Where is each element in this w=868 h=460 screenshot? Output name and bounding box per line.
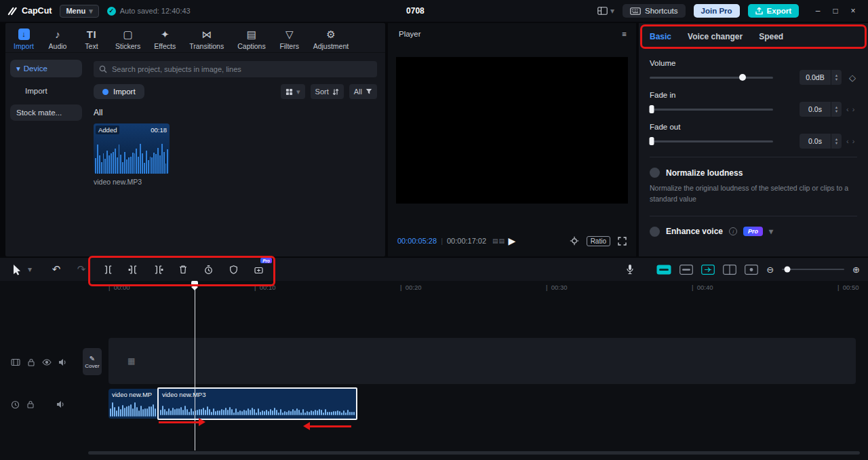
record-voiceover-icon[interactable] (621, 261, 639, 278)
step-up-icon[interactable]: ▲ (835, 138, 838, 141)
sidebar-item-stock-materials[interactable]: Stock mate... (10, 104, 82, 121)
view-mode-button[interactable]: ▾ (281, 84, 305, 99)
fade-out-value[interactable]: 0.0s (800, 134, 831, 149)
video-preview[interactable] (396, 57, 628, 204)
lock-icon[interactable] (26, 400, 35, 408)
delete-left-icon[interactable] (124, 261, 142, 278)
layout-switch-button[interactable]: ▾ (597, 6, 614, 16)
keyframe-view-icon[interactable] (745, 265, 758, 275)
eye-icon[interactable] (42, 359, 52, 366)
ratio-button[interactable]: Ratio (587, 236, 610, 246)
step-up-icon[interactable]: ▲ (835, 106, 838, 109)
volume-slider[interactable] (650, 77, 773, 79)
fade-out-slider[interactable] (650, 140, 773, 142)
audio-clip-selected[interactable]: video new.MP3 (157, 387, 357, 420)
cover-button[interactable]: ✎ Cover (83, 348, 102, 375)
fade-in-slider[interactable] (650, 109, 773, 111)
tab-stickers[interactable]: ▢ Stickers (115, 28, 140, 50)
speaker-icon[interactable] (58, 358, 67, 366)
tab-label: Effects (154, 42, 176, 50)
fullscreen-icon[interactable] (618, 237, 627, 246)
fade-in-slider-thumb[interactable] (650, 105, 654, 113)
main-track-magnet-icon[interactable] (656, 265, 671, 275)
media-item[interactable]: Added 00:18 video new.MP3 (94, 123, 170, 186)
fade-in-stepper[interactable]: ▲▼ (831, 102, 842, 117)
tab-transitions[interactable]: ⋈ Transitions (189, 28, 224, 50)
tab-voice-changer[interactable]: Voice changer (688, 32, 743, 41)
media-item-thumbnail[interactable]: Added 00:18 (94, 123, 170, 174)
filter-button[interactable]: All (349, 84, 377, 99)
step-down-icon[interactable]: ▼ (835, 110, 838, 113)
fade-in-value[interactable]: 0.0s (800, 102, 831, 117)
search-input[interactable] (112, 65, 372, 73)
mute-shield-icon[interactable] (224, 261, 242, 278)
linked-track-icon[interactable] (701, 265, 715, 275)
import-media-button[interactable]: Import (94, 84, 144, 99)
tab-speed[interactable]: Speed (759, 32, 783, 41)
join-pro-button[interactable]: Join Pro (694, 4, 740, 18)
preview-axis-icon[interactable] (723, 265, 736, 275)
minimize-button[interactable]: – (810, 3, 826, 19)
undo-button[interactable]: ↶ (47, 261, 65, 278)
tab-adjustment[interactable]: ⚙ Adjustment (313, 28, 349, 50)
main-video-track[interactable]: ▦ (108, 338, 856, 384)
ai-audio-pro-icon[interactable]: Pro (250, 261, 267, 278)
lock-icon[interactable] (27, 358, 35, 366)
frame-view-icon[interactable]: ▤▤ (492, 237, 505, 244)
auto-snap-icon[interactable] (679, 265, 693, 275)
redo-button[interactable]: ↷ (73, 261, 90, 278)
search-bar[interactable] (94, 61, 377, 77)
divider (650, 216, 857, 216)
zoom-out-icon[interactable]: ⊖ (766, 265, 774, 275)
enhance-voice-checkbox[interactable] (650, 227, 660, 237)
menu-button[interactable]: Menu ▾ (60, 5, 98, 18)
sidebar-item-device[interactable]: ▾ Device (10, 60, 82, 77)
playhead-handle[interactable] (191, 281, 198, 287)
tab-text[interactable]: TI Text (81, 28, 102, 50)
tab-basic[interactable]: Basic (650, 32, 671, 41)
keyframe-nav-icons[interactable]: ‹› (846, 137, 857, 145)
delete-icon[interactable] (174, 261, 192, 278)
step-up-icon[interactable]: ▲ (835, 74, 838, 77)
shortcuts-button[interactable]: Shortcuts (623, 4, 686, 18)
timeline-scrollbar[interactable] (88, 451, 860, 455)
step-down-icon[interactable]: ▼ (835, 142, 838, 145)
filters-icon: ▽ (285, 28, 294, 40)
tab-effects[interactable]: ✦ Effects (154, 28, 176, 50)
playhead[interactable] (191, 281, 198, 451)
step-down-icon[interactable]: ▼ (835, 78, 838, 81)
close-button[interactable]: × (845, 3, 861, 19)
tab-audio[interactable]: ♪ Audio (47, 28, 68, 50)
tab-filters[interactable]: ▽ Filters (279, 28, 300, 50)
select-tool-button[interactable]: ▾ (8, 261, 32, 278)
export-button[interactable]: Export (748, 4, 799, 18)
timeline-ruler[interactable]: | 00:00| 00:10| 00:20| 00:30| 00:40| 00:… (0, 281, 868, 294)
speaker-icon[interactable] (56, 400, 65, 408)
audio-clip-trimmed[interactable]: video new.MP (108, 389, 157, 419)
ruler-tick: | 00:10 (254, 284, 276, 291)
split-icon[interactable] (99, 261, 117, 278)
fit-target-icon[interactable] (570, 236, 579, 246)
maximize-button[interactable]: □ (827, 3, 844, 19)
zoom-in-icon[interactable]: ⊕ (852, 265, 860, 275)
tab-captions[interactable]: ▤ Captions (237, 28, 265, 50)
fade-out-stepper[interactable]: ▲▼ (831, 134, 842, 149)
tab-label: Stickers (115, 42, 140, 50)
sort-button[interactable]: Sort (311, 84, 344, 99)
fade-out-slider-thumb[interactable] (650, 137, 654, 145)
delete-right-icon[interactable] (149, 261, 167, 278)
volume-stepper[interactable]: ▲▼ (831, 70, 842, 85)
keyframe-diamond-icon[interactable]: ◇ (848, 73, 857, 83)
zoom-slider-thumb[interactable] (785, 267, 791, 273)
sidebar-item-import[interactable]: Import (10, 83, 82, 99)
tab-label: Import (14, 42, 34, 50)
volume-value[interactable]: 0.0dB (800, 70, 831, 85)
play-button[interactable]: ▶ (509, 235, 516, 246)
keyframe-nav-icons[interactable]: ‹› (846, 105, 857, 113)
tab-import[interactable]: ↓ Import (14, 28, 34, 50)
normalize-checkbox[interactable] (650, 168, 660, 178)
timeline-zoom-slider[interactable] (782, 269, 844, 270)
volume-slider-thumb[interactable] (739, 74, 746, 81)
freeze-frame-icon[interactable] (199, 261, 217, 278)
player-menu-icon[interactable]: ≡ (622, 30, 627, 38)
